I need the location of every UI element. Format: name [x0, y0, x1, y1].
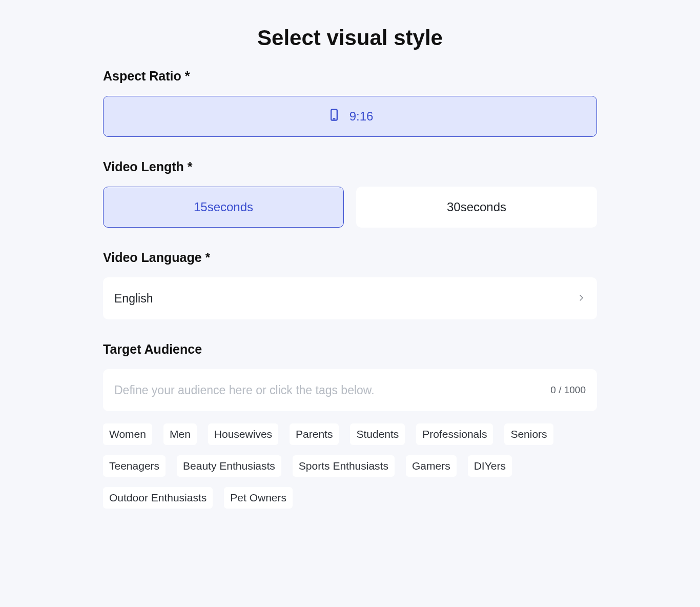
video-length-label: Video Length * — [103, 159, 597, 174]
audience-tag[interactable]: DIYers — [468, 455, 512, 477]
target-audience-counter: 0 / 1000 — [550, 385, 586, 396]
video-language-select[interactable]: English — [103, 277, 597, 319]
audience-tag[interactable]: Housewives — [208, 423, 278, 445]
video-length-unit: seconds — [208, 200, 253, 214]
aspect-ratio-option-9-16[interactable]: 9:16 — [103, 96, 597, 137]
audience-tag[interactable]: Women — [103, 423, 152, 445]
audience-tag[interactable]: Beauty Enthusiasts — [177, 455, 281, 477]
video-length-value: 15 — [194, 200, 208, 214]
audience-tag[interactable]: Pet Owners — [224, 487, 293, 509]
chevron-right-icon — [577, 292, 586, 306]
aspect-ratio-option-label: 9:16 — [349, 109, 374, 124]
audience-tag[interactable]: Parents — [290, 423, 339, 445]
video-language-value: English — [114, 292, 153, 306]
video-length-option-15[interactable]: 15seconds — [103, 187, 344, 228]
audience-tag[interactable]: Teenagers — [103, 455, 166, 477]
aspect-ratio-section: Aspect Ratio * 9:16 — [103, 69, 597, 137]
target-audience-section: Target Audience 0 / 1000 WomenMenHousewi… — [103, 342, 597, 509]
audience-tag[interactable]: Sports Enthusiasts — [293, 455, 395, 477]
video-length-section: Video Length * 15seconds 30seconds — [103, 159, 597, 228]
video-language-label: Video Language * — [103, 250, 597, 265]
audience-tags: WomenMenHousewivesParentsStudentsProfess… — [103, 423, 597, 509]
page-title: Select visual style — [103, 26, 597, 50]
audience-tag[interactable]: Gamers — [406, 455, 457, 477]
target-audience-input[interactable] — [114, 383, 491, 397]
aspect-ratio-label: Aspect Ratio * — [103, 69, 597, 84]
video-length-option-30[interactable]: 30seconds — [356, 187, 597, 228]
audience-tag[interactable]: Men — [163, 423, 197, 445]
audience-tag[interactable]: Professionals — [416, 423, 493, 445]
target-audience-input-wrap: 0 / 1000 — [103, 369, 597, 411]
smartphone-icon — [327, 108, 341, 125]
video-language-section: Video Language * English — [103, 250, 597, 319]
audience-tag[interactable]: Outdoor Enthusiasts — [103, 487, 213, 509]
audience-tag[interactable]: Seniors — [504, 423, 553, 445]
video-length-value: 30 — [447, 200, 461, 214]
video-length-unit: seconds — [461, 200, 506, 214]
target-audience-label: Target Audience — [103, 342, 597, 357]
audience-tag[interactable]: Students — [350, 423, 405, 445]
